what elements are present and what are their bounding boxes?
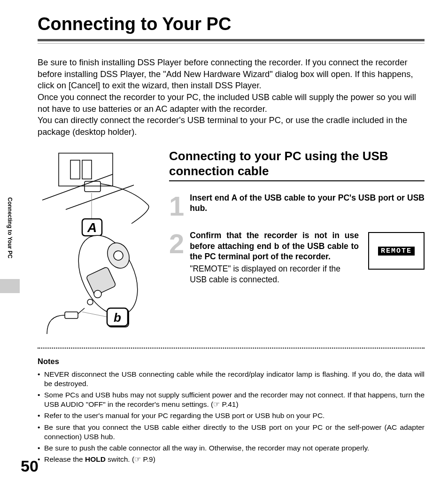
bold-word: HOLD xyxy=(85,455,106,463)
notes-heading: Notes xyxy=(38,357,425,366)
section-subhead: Connecting to your PC using the USB conn… xyxy=(169,148,425,179)
diagram-label-b: b xyxy=(114,310,121,325)
note-item: Be sure to push the cable connector all … xyxy=(38,443,425,453)
remote-label: REMOTE xyxy=(378,247,415,256)
intro-line: Once you connect the recorder to your PC… xyxy=(38,92,425,115)
step-1: 1 Insert end A of the USB cable to your … xyxy=(169,193,425,217)
remote-display-badge: REMOTE xyxy=(368,232,425,270)
note-item: NEVER disconnect the USB connecting cabl… xyxy=(38,370,425,388)
svg-rect-9 xyxy=(65,312,78,318)
step-2-number: 2 xyxy=(169,233,184,285)
svg-point-5 xyxy=(114,251,123,260)
note-item: Release the HOLD switch. (☞ P.9) xyxy=(38,455,425,464)
manual-page: Connecting to Your PC Be sure to finish … xyxy=(0,0,448,481)
connection-diagram: A xyxy=(38,148,155,336)
step-2-row: 2 Confirm that the recorder is not in us… xyxy=(169,230,425,285)
rule-thick xyxy=(38,39,425,41)
note-item: Refer to the user's manual for your PC r… xyxy=(38,411,425,420)
dotted-divider xyxy=(38,348,425,349)
rule-thin xyxy=(38,43,425,44)
svg-point-8 xyxy=(87,299,93,305)
diagram-svg: A xyxy=(38,148,155,336)
intro-line: Be sure to finish installing DSS Player … xyxy=(38,57,425,92)
side-tab xyxy=(0,279,20,293)
svg-line-10 xyxy=(82,312,110,318)
steps-column: Connecting to your PC using the USB conn… xyxy=(169,148,425,285)
step-1-number: 1 xyxy=(169,195,184,217)
mid-section: A xyxy=(38,148,425,336)
notes-list: NEVER disconnect the USB connecting cabl… xyxy=(38,370,425,464)
intro-line: You can directly connect the recorder's … xyxy=(38,115,425,138)
page-number: 50 xyxy=(21,457,39,475)
page-title: Connecting to Your PC xyxy=(38,14,425,34)
svg-point-7 xyxy=(94,290,101,298)
step-2-text: Confirm that the recorder is not in use … xyxy=(190,230,359,262)
intro-text: Be sure to finish installing DSS Player … xyxy=(38,57,425,138)
step-2: 2 Confirm that the recorder is not in us… xyxy=(169,230,359,285)
note-item: Be sure that you connect the USB cable e… xyxy=(38,423,425,442)
side-tab-label: Connecting to Your PC xyxy=(7,197,13,258)
step-1-text: Insert end A of the USB cable to your PC… xyxy=(190,193,425,214)
svg-rect-0 xyxy=(85,181,100,192)
step-2-note: "REMOTE" is displayed on recorder if the… xyxy=(190,264,359,285)
subhead-rule xyxy=(169,180,425,181)
diagram-label-a: A xyxy=(87,220,97,235)
note-item: Some PCs and USB hubs may not supply suf… xyxy=(38,390,425,409)
